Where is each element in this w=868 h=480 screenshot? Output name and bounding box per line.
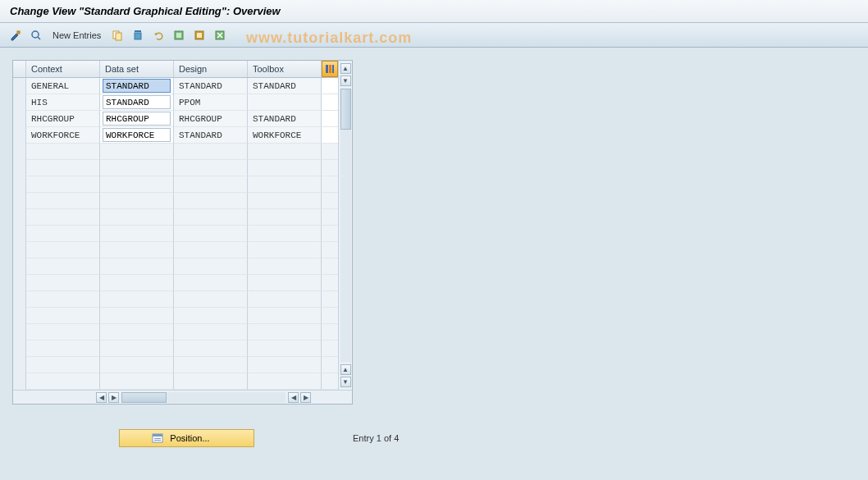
table-cell (100, 226, 174, 242)
hscroll-track[interactable] (121, 392, 286, 403)
row-selector[interactable] (13, 78, 26, 94)
row-selector[interactable] (13, 144, 26, 160)
table-cell (100, 341, 174, 357)
scroll-right-icon[interactable]: ▶ (108, 392, 119, 403)
table-row (13, 160, 338, 176)
table-settings-icon[interactable] (322, 61, 338, 77)
row-selector[interactable] (13, 275, 26, 291)
scroll-down2-icon[interactable]: ▼ (340, 377, 351, 387)
table-cell (174, 144, 248, 160)
row-selector[interactable] (13, 160, 26, 176)
hscroll-thumb[interactable] (121, 392, 167, 403)
table-cell (174, 258, 248, 275)
table-cell[interactable] (100, 111, 174, 127)
table-cell (248, 160, 322, 176)
table-row: WORKFORCESTANDARDWORKFORCE (13, 127, 338, 144)
row-selector[interactable] (13, 176, 26, 193)
row-selector[interactable] (13, 357, 26, 373)
table-cell (26, 242, 100, 258)
col-header-design[interactable]: Design (174, 61, 248, 77)
table-cell (100, 144, 174, 160)
row-selector[interactable] (13, 308, 26, 324)
table-cell (26, 226, 100, 242)
row-selector[interactable] (13, 341, 26, 357)
svg-rect-15 (329, 65, 331, 73)
table-cell[interactable] (100, 94, 174, 111)
select-block-icon[interactable] (190, 27, 208, 43)
table-cell (100, 193, 174, 209)
table-cell (174, 226, 248, 242)
table-cell (100, 242, 174, 258)
vertical-scrollbar[interactable]: ▲ ▼ ▲ ▼ (338, 61, 352, 390)
table-cell: WORKFORCE (248, 127, 322, 144)
table-cell (100, 357, 174, 373)
table-cell: STANDARD (174, 78, 248, 94)
row-selector[interactable] (13, 373, 26, 390)
scroll-thumb[interactable] (340, 89, 351, 130)
svg-rect-0 (17, 31, 20, 34)
cell-input[interactable] (103, 112, 171, 126)
col-header-toolbox[interactable]: Toolbox (248, 61, 322, 77)
row-selector[interactable] (13, 127, 26, 144)
scroll-left2-icon[interactable]: ◀ (288, 392, 299, 403)
row-selector[interactable] (13, 324, 26, 341)
table-cell (26, 291, 100, 308)
scroll-track[interactable] (340, 89, 351, 362)
table-row (13, 291, 338, 308)
table-cell (248, 373, 322, 390)
table-cell[interactable] (100, 78, 174, 94)
row-selector[interactable] (13, 193, 26, 209)
row-selector[interactable] (13, 209, 26, 226)
table-row (13, 258, 338, 275)
table-row (13, 324, 338, 341)
table-cell[interactable] (100, 127, 174, 144)
table-row (13, 308, 338, 324)
table-cell (174, 242, 248, 258)
horizontal-scrollbar[interactable]: ◀ ▶ ◀ ▶ (13, 390, 352, 404)
scroll-down-icon[interactable]: ▼ (340, 75, 351, 86)
table-row (13, 209, 338, 226)
table-cell (26, 144, 100, 160)
table-cell (26, 357, 100, 373)
table-cell: GENERAL (26, 78, 100, 94)
scroll-left-icon[interactable]: ◀ (96, 392, 107, 403)
cell-input[interactable] (103, 79, 171, 93)
page-title: Change View "Standard Graphical Editing"… (0, 0, 868, 23)
table-row (13, 176, 338, 193)
row-selector[interactable] (13, 258, 26, 275)
select-all-icon[interactable] (170, 27, 188, 43)
table-cell (26, 193, 100, 209)
cell-input[interactable] (103, 95, 171, 109)
col-header-context[interactable]: Context (26, 61, 100, 77)
col-header-dataset[interactable]: Data set (100, 61, 174, 77)
scroll-right2-icon[interactable]: ▶ (300, 392, 311, 403)
row-selector[interactable] (13, 94, 26, 111)
table-row (13, 373, 338, 390)
row-selector[interactable] (13, 226, 26, 242)
scroll-up-icon[interactable]: ▲ (340, 63, 351, 74)
undo-icon[interactable] (149, 27, 167, 43)
row-selector[interactable] (13, 291, 26, 308)
cell-input[interactable] (103, 128, 171, 142)
new-entries-button[interactable]: New Entries (48, 29, 106, 42)
row-selector-header[interactable] (13, 61, 26, 77)
position-button[interactable]: Position... (119, 429, 254, 447)
table-cell: STANDARD (248, 78, 322, 94)
svg-rect-18 (153, 434, 162, 437)
row-selector[interactable] (13, 242, 26, 258)
table-cell (174, 324, 248, 341)
table-cell (174, 209, 248, 226)
table-cell: RHCGROUP (174, 111, 248, 127)
deselect-all-icon[interactable] (211, 27, 229, 43)
table-cell (174, 308, 248, 324)
table-cell (248, 176, 322, 193)
table-row (13, 242, 338, 258)
copy-icon[interactable] (108, 27, 126, 43)
toggle-display-icon[interactable] (7, 27, 25, 43)
table-cell: HIS (26, 94, 100, 111)
svg-rect-4 (116, 33, 121, 40)
row-selector[interactable] (13, 111, 26, 127)
details-icon[interactable] (27, 27, 45, 43)
delete-icon[interactable] (129, 27, 147, 43)
scroll-up2-icon[interactable]: ▲ (340, 364, 351, 375)
